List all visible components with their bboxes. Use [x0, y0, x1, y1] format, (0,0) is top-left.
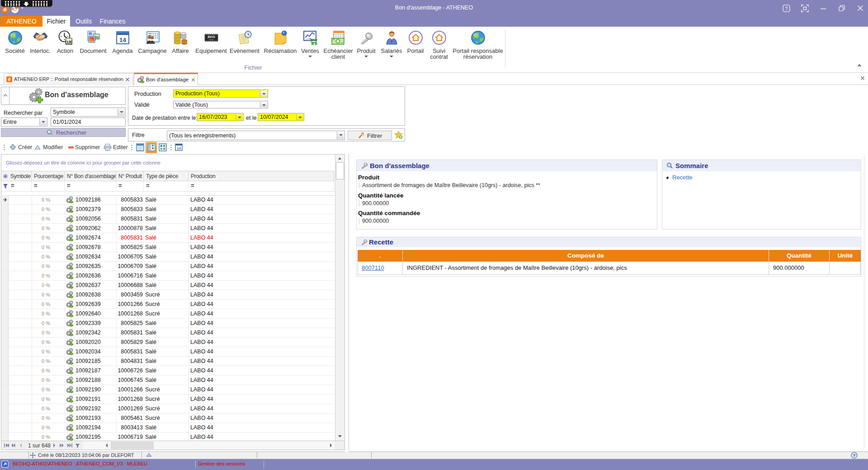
svg-text:?: ?	[785, 6, 788, 11]
svg-text:?: ?	[853, 453, 856, 458]
